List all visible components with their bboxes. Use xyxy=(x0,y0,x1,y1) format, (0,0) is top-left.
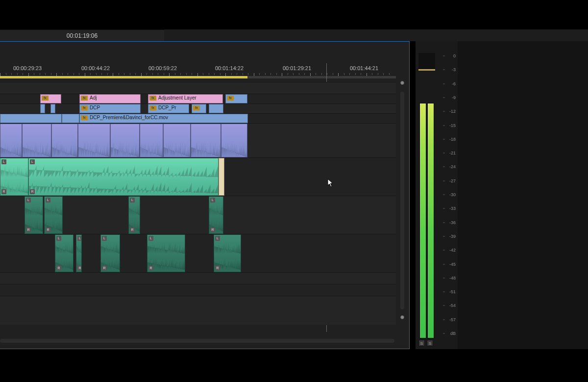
meter-scale-label: -54 xyxy=(449,303,456,308)
current-timecode: 00:01:19:06 xyxy=(67,32,98,39)
solo-button-left[interactable]: S xyxy=(418,340,425,346)
channel-badge-right: R xyxy=(56,266,61,271)
video-clip[interactable]: fx xyxy=(40,94,61,103)
meter-scale-label: -39 xyxy=(449,234,456,239)
track-v3[interactable]: fxfxAdjfxAdjustment Layerfx xyxy=(0,94,396,103)
video-clip[interactable] xyxy=(209,104,223,113)
channel-badge-right: R xyxy=(26,228,31,232)
audio-clip[interactable] xyxy=(219,158,224,196)
audio-clip[interactable]: LR xyxy=(0,158,28,196)
channel-badge-right: R xyxy=(215,266,220,271)
track-v2[interactable]: fxDCPfxDCP_Prfx xyxy=(0,103,396,113)
solo-button-right[interactable]: S xyxy=(427,340,433,346)
video-clip[interactable]: fx xyxy=(225,94,247,103)
video-clip[interactable]: fxDCP_Premiere&Davinci_forCC.mov xyxy=(79,114,248,123)
audio-clip[interactable]: LR xyxy=(76,234,82,272)
video-clip[interactable]: fx xyxy=(192,104,206,113)
audio-clip[interactable] xyxy=(163,124,191,157)
work-area-inactive xyxy=(247,76,396,78)
meter-scale: 0-3-6-9-12-15-18-21-24-27-30-33-36-39-42… xyxy=(442,56,456,338)
fx-badge-icon: fx xyxy=(42,96,49,101)
channel-badge-right: R xyxy=(210,228,215,232)
ruler-timecode: 00:01:14:22 xyxy=(215,65,244,71)
tracks-area[interactable]: fxfxAdjfxAdjustment Layerfx fxDCPfxDCP_P… xyxy=(0,82,396,332)
channel-badge-right: R xyxy=(46,228,50,232)
clip-label: DCP_Premiere&Davinci_forCC.mov xyxy=(90,115,168,120)
clip-label: Adj xyxy=(90,95,97,101)
video-clip[interactable] xyxy=(50,104,55,113)
meter-bar-left xyxy=(419,103,426,338)
scroll-track-v[interactable] xyxy=(400,92,404,309)
track-empty[interactable] xyxy=(0,296,396,325)
audio-clip[interactable]: LR xyxy=(24,196,43,234)
sequence-header: 00:01:19:06 xyxy=(0,29,164,41)
video-clip[interactable] xyxy=(62,114,79,123)
audio-clip[interactable] xyxy=(110,124,140,157)
meter-scale-label: -15 xyxy=(449,123,456,128)
meter-scale-label: -51 xyxy=(449,289,456,294)
meter-scale-label: -6 xyxy=(452,81,456,86)
track-a2[interactable]: LRLR xyxy=(0,157,396,196)
horizontal-scrollbar[interactable] xyxy=(0,339,394,343)
meter-scale-label: -12 xyxy=(449,109,456,114)
video-clip[interactable]: fxDCP xyxy=(79,104,141,113)
audio-clip[interactable]: LR xyxy=(214,234,241,272)
audio-clip[interactable] xyxy=(221,124,247,157)
track-a4[interactable]: LRLRLRLRLR xyxy=(0,234,396,272)
audio-clip[interactable]: LR xyxy=(44,196,63,234)
audio-clip[interactable]: LR xyxy=(100,234,120,272)
audio-clip[interactable] xyxy=(22,124,51,157)
channel-badge-left: L xyxy=(130,198,135,203)
audio-clip[interactable] xyxy=(191,124,221,157)
work-area-bar[interactable] xyxy=(0,76,247,78)
clip-label: Adjustment Layer xyxy=(158,95,196,101)
track-a3[interactable]: LRLRLRLR xyxy=(0,196,396,234)
ruler-timecode: 00:00:29:23 xyxy=(13,65,42,71)
channel-badge-left: L xyxy=(46,198,50,203)
video-clip[interactable]: fxAdj xyxy=(79,94,141,103)
audio-clip[interactable] xyxy=(140,124,163,157)
time-ruler[interactable]: 00:00:29:2300:00:44:2200:00:59:2200:01:1… xyxy=(0,63,396,76)
clip-label: DCP xyxy=(90,105,100,110)
audio-clip[interactable]: LR xyxy=(209,196,223,234)
fx-badge-icon: fx xyxy=(227,96,234,101)
audio-clip[interactable]: LR xyxy=(128,196,140,234)
scroll-track-h[interactable] xyxy=(0,339,394,343)
meter-scale-label: -45 xyxy=(449,262,456,267)
channel-badge-right: R xyxy=(148,266,153,271)
track-a1[interactable] xyxy=(0,123,396,157)
app-root: 00:01:19:06 00:00:29:2300:00:44:2200:00:… xyxy=(0,0,588,382)
audio-clip[interactable]: LR xyxy=(28,158,219,196)
meter-scale-label: -30 xyxy=(449,192,456,197)
ruler-timecode: 00:01:44:21 xyxy=(350,65,378,71)
track-a6[interactable] xyxy=(0,284,396,296)
audio-clip[interactable]: LR xyxy=(55,234,74,272)
video-clip[interactable] xyxy=(40,104,45,113)
channel-badge-right: R xyxy=(30,189,35,194)
audio-clip[interactable] xyxy=(78,124,110,157)
meter-scale-label: -33 xyxy=(449,206,456,211)
channel-badge-left: L xyxy=(215,236,220,241)
timeline-panel[interactable]: 00:00:29:2300:00:44:2200:00:59:2200:01:1… xyxy=(0,41,410,349)
track-v4[interactable] xyxy=(0,82,396,94)
ruler-timecode: 00:00:59:22 xyxy=(148,65,177,71)
video-clip[interactable]: fxAdjustment Layer xyxy=(148,94,223,103)
meter-scale-label: -42 xyxy=(449,248,456,253)
video-clip[interactable]: fxDCP_Pr xyxy=(148,104,189,113)
audio-clip[interactable] xyxy=(51,124,78,157)
meter-scale-label: -3 xyxy=(452,67,456,72)
ruler-timecode: 00:00:44:22 xyxy=(81,65,110,71)
audio-meters-panel: 0-3-6-9-12-15-18-21-24-27-30-33-36-39-42… xyxy=(416,41,458,349)
right-panel-dark xyxy=(458,41,588,349)
vertical-scrollbar[interactable] xyxy=(400,82,404,319)
track-v1[interactable]: fxDCP_Premiere&Davinci_forCC.mov xyxy=(0,113,396,123)
meter-scale-label: 0 xyxy=(453,53,456,58)
meter-bar-right xyxy=(427,103,434,338)
channel-badge-left: L xyxy=(210,198,215,203)
meter-bars xyxy=(419,103,434,338)
video-clip[interactable] xyxy=(0,114,62,123)
audio-clip[interactable]: LR xyxy=(147,234,185,272)
fx-badge-icon: fx xyxy=(149,96,156,101)
track-a5[interactable] xyxy=(0,272,396,284)
audio-clip[interactable] xyxy=(0,124,22,157)
